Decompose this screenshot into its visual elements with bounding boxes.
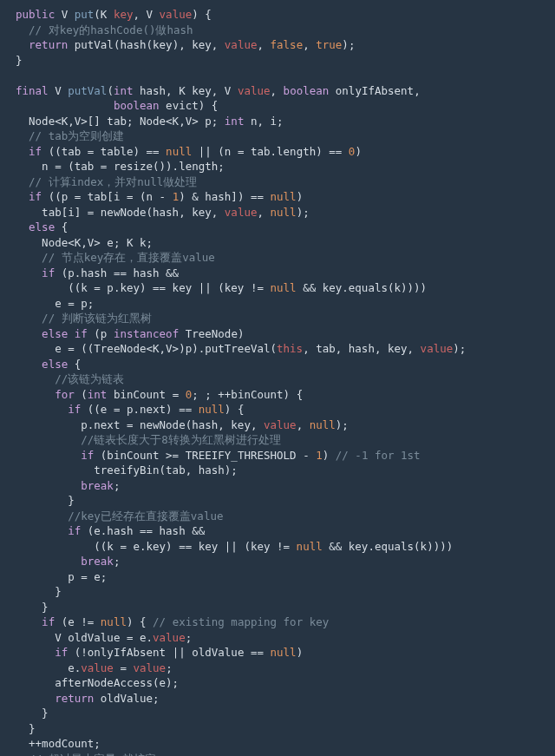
- lit-null: null: [271, 646, 297, 659]
- t: }: [16, 494, 75, 507]
- kw-final: final: [16, 84, 49, 97]
- t: V: [55, 8, 75, 21]
- lit-1: 1: [316, 449, 323, 462]
- t: evict) {: [160, 99, 219, 112]
- kw-if: if: [16, 190, 42, 203]
- t: (: [75, 388, 88, 401]
- arg-value: value: [225, 38, 258, 51]
- t: ) {: [127, 615, 153, 628]
- t: ,: [257, 38, 270, 51]
- t: e = ((TreeNode<K,V>)p).putTreeVal(: [16, 342, 277, 355]
- lit-null: null: [101, 615, 127, 628]
- field-value: value: [81, 661, 114, 674]
- type-int: int: [88, 388, 108, 401]
- t: {: [68, 358, 81, 371]
- kw-if: if: [16, 646, 68, 659]
- kw-if: if: [16, 449, 94, 462]
- comment: // tab为空则创建: [16, 129, 124, 142]
- t: =: [114, 661, 134, 674]
- lit-null: null: [199, 403, 225, 416]
- t: binCount =: [107, 388, 185, 401]
- t: [16, 99, 114, 112]
- t: treeifyBin(tab, hash);: [16, 463, 238, 477]
- t: ((k = p.key) == key || (key !=: [16, 281, 271, 294]
- t: && key.equals(k)))): [323, 540, 454, 553]
- t: n, i;: [244, 115, 283, 128]
- t: ((e = p.next) ==: [81, 403, 198, 416]
- t: e.: [16, 661, 81, 674]
- comment: //key已经存在直接覆盖value: [16, 509, 223, 523]
- t: ((tab = table) ==: [42, 145, 166, 158]
- t: ;: [186, 631, 193, 644]
- t: ) & hash]) ==: [179, 190, 270, 203]
- kw-break: break: [16, 479, 114, 492]
- t: , V: [133, 8, 159, 21]
- arg-value: value: [133, 661, 166, 674]
- t: ;: [166, 661, 173, 674]
- fn-putval: putVal: [68, 84, 107, 97]
- kw-if: if: [16, 524, 81, 537]
- t: ((k = e.key) == key || (key !=: [16, 540, 297, 553]
- t: (e.hash == hash &&: [81, 524, 205, 537]
- t: }: [16, 54, 23, 67]
- t: );: [453, 342, 466, 355]
- comment: // 判断该链为红黑树: [16, 312, 152, 325]
- lit-null: null: [166, 145, 192, 158]
- code-block: public V put(K key, V value) { // 对key的h…: [0, 0, 555, 756]
- kw-return: return: [16, 38, 68, 51]
- t: ) {: [225, 403, 245, 416]
- t: }: [16, 585, 62, 598]
- t: (!onlyIfAbsent || oldValue ==: [68, 646, 270, 659]
- arg-value: value: [225, 206, 258, 219]
- t: ;: [114, 555, 121, 568]
- lit-true: true: [316, 38, 342, 51]
- t: }: [16, 601, 49, 614]
- comment: // 超过最大容量 就扩容: [16, 753, 156, 757]
- t: p.next = newNode(hash, key,: [16, 418, 264, 431]
- t: oldValue;: [94, 692, 159, 705]
- kw-break: break: [16, 555, 114, 568]
- t: tab[i] = newNode(hash, key,: [16, 206, 225, 219]
- comment: // 节点key存在，直接覆盖value: [16, 251, 215, 264]
- param-value: value: [238, 84, 271, 97]
- t: onlyIfAbsent,: [329, 84, 420, 97]
- t: Node<K,V> e; K k;: [16, 236, 153, 249]
- t: TreeNode): [179, 327, 244, 340]
- lit-null: null: [271, 206, 297, 219]
- fn-put: put: [75, 8, 95, 21]
- t: ,: [303, 38, 316, 51]
- type-boolean: boolean: [114, 99, 160, 112]
- kw-if: if: [16, 615, 55, 628]
- kw-if: if: [16, 145, 42, 158]
- t: n = (tab = resize()).length;: [16, 160, 225, 173]
- t: , tab, hash, key,: [303, 342, 420, 355]
- t: ): [323, 449, 336, 462]
- t: }: [16, 722, 36, 735]
- param-value: value: [160, 8, 193, 21]
- t: afterNodeAccess(e);: [16, 676, 179, 689]
- t: (e !=: [55, 615, 101, 628]
- kw-this: this: [277, 342, 303, 355]
- t: hash, K key, V: [133, 84, 237, 97]
- t: ((p = tab[i = (n -: [42, 190, 173, 203]
- lit-null: null: [271, 281, 297, 294]
- t: ,: [257, 206, 270, 219]
- kw-if: if: [16, 266, 55, 279]
- comment: // existing mapping for key: [153, 615, 329, 628]
- arg-value: value: [264, 418, 297, 431]
- t: V oldValue = e.: [16, 631, 153, 644]
- kw-else: else: [16, 220, 55, 233]
- t: ) {: [192, 8, 212, 21]
- t: ; ; ++binCount) {: [192, 388, 303, 401]
- lit-null: null: [297, 540, 323, 553]
- t: V: [49, 84, 69, 97]
- field-value: value: [153, 631, 186, 644]
- t: ++modCount;: [16, 737, 101, 750]
- param-key: key: [114, 8, 134, 21]
- t: ): [297, 190, 304, 203]
- kw-for: for: [16, 388, 75, 401]
- t: }: [16, 707, 49, 720]
- lit-false: false: [271, 38, 304, 51]
- comment: // 对key的hashCode()做hash: [16, 23, 193, 36]
- kw-if: if: [16, 403, 81, 416]
